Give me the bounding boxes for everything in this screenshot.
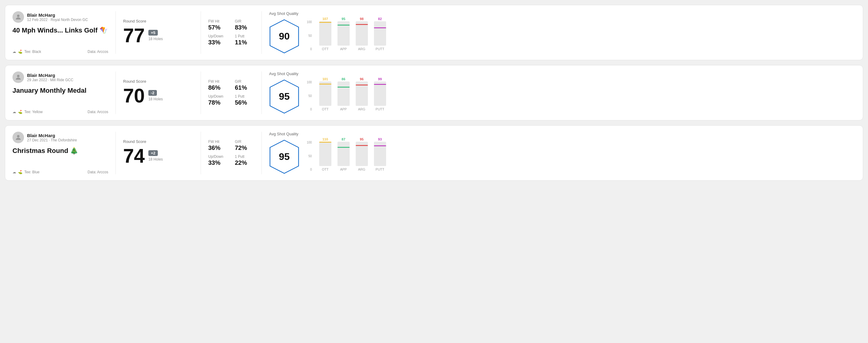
user-name-1: Blair McHarg xyxy=(27,12,88,18)
bar-line-ott xyxy=(319,22,331,23)
bar-line-app xyxy=(338,25,350,26)
round-score-label-3: Round Score xyxy=(123,139,193,144)
bar-value-arg: 96 xyxy=(360,77,364,81)
bar-group-arg: 98 ARG xyxy=(356,17,368,51)
bar-fill-ott xyxy=(319,142,331,166)
user-date-1: 12 Feb 2022 · Royal North Devon GC xyxy=(27,18,88,22)
score-big-1: 77 xyxy=(123,26,145,45)
cloud-icon-2: ☁ xyxy=(12,110,16,114)
avatar-3 xyxy=(12,132,24,143)
fw-hit-stat-2: FW Hit 86% xyxy=(208,80,228,91)
round-title-1: 40 Mph Winds... Links Golf 🪁 xyxy=(12,27,108,34)
bag-icon-3: ⛳ xyxy=(18,170,23,174)
bar-value-putt: 93 xyxy=(378,137,382,141)
tee-info-1: ☁ ⛳ Tee: Black xyxy=(12,50,41,54)
quality-section-1: Avg Shot Quality 90 xyxy=(269,11,300,54)
bar-line-ott xyxy=(319,142,331,143)
bar-label-putt: PUTT xyxy=(375,47,384,51)
score-row-2: 70 -2 18 Holes xyxy=(123,86,193,105)
bar-fill-putt xyxy=(374,27,386,45)
gir-label-1: GIR xyxy=(235,19,254,23)
stats-grid-2: FW Hit 86% GIR 61% Up/Down 78% 1 Putt 56… xyxy=(201,71,262,114)
round-title-3: Christmas Round 🎄 xyxy=(12,147,108,155)
user-name-3: Blair McHarg xyxy=(27,133,77,138)
chart-section-2: 100 50 0 101 OTT 86 APP 96 xyxy=(307,74,856,111)
right-section-2: Avg Shot Quality 95 100 50 0 101 OTT 86 xyxy=(262,71,856,114)
bar-value-arg: 98 xyxy=(360,17,364,21)
quality-label-3: Avg Shot Quality xyxy=(269,132,299,136)
middle-section-1: Round Score 77 +5 18 Holes xyxy=(116,11,201,54)
score-badge-3: +2 18 Holes xyxy=(148,150,163,161)
score-diff-badge-2: -2 xyxy=(148,90,157,96)
left-section-1: Blair McHarg 12 Feb 2022 · Royal North D… xyxy=(12,11,116,54)
updown-stat-2: Up/Down 78% xyxy=(208,94,228,106)
bar-group-putt: 99 PUTT xyxy=(374,77,386,111)
bar-fill-app xyxy=(338,147,350,166)
y-axis-labels: 100 50 0 xyxy=(307,141,312,171)
right-section-1: Avg Shot Quality 90 100 50 0 107 OTT 95 xyxy=(262,11,856,54)
data-source-3: Data: Arccos xyxy=(88,170,108,174)
round-title-2: January Monthly Medal xyxy=(12,87,108,95)
stats-row-top-2: FW Hit 86% GIR 61% xyxy=(208,80,254,91)
bar-value-app: 95 xyxy=(342,17,345,21)
updown-value-1: 33% xyxy=(208,39,228,46)
bar-line-arg xyxy=(356,24,368,25)
bar-line-arg xyxy=(356,85,368,86)
bar-fill-app xyxy=(338,87,350,106)
y-axis-labels: 100 50 0 xyxy=(307,81,312,111)
chart-section-3: 100 50 0 110 OTT 87 APP 95 xyxy=(307,135,856,171)
quality-score-value: 95 xyxy=(279,91,290,102)
round-card-2: Blair McHarg 29 Jan 2022 · Mill Ride GCC… xyxy=(5,65,863,120)
right-section-3: Avg Shot Quality 95 100 50 0 110 OTT 87 xyxy=(262,132,856,174)
avatar-1 xyxy=(12,11,24,23)
stats-grid-3: FW Hit 36% GIR 72% Up/Down 33% 1 Putt 22… xyxy=(201,132,262,174)
bar-label-ott: OTT xyxy=(322,107,329,111)
bar-label-app: APP xyxy=(340,47,347,51)
svg-point-0 xyxy=(17,14,20,17)
bar-container-putt xyxy=(374,21,386,45)
bar-fill-putt xyxy=(374,145,386,166)
holes-text-2: 18 Holes xyxy=(148,97,163,101)
gir-stat-2: GIR 61% xyxy=(235,80,254,91)
bar-chart: 100 50 0 110 OTT 87 APP 95 xyxy=(307,135,856,171)
user-date-3: 27 Dec 2021 · The Oxfordshire xyxy=(27,138,77,142)
updown-label-3: Up/Down xyxy=(208,154,228,159)
fw-hit-value-2: 86% xyxy=(208,84,228,91)
quality-score-value: 95 xyxy=(279,151,290,162)
middle-section-2: Round Score 70 -2 18 Holes xyxy=(116,71,201,114)
bar-value-app: 86 xyxy=(342,77,345,81)
user-details-3: Blair McHarg 27 Dec 2021 · The Oxfordshi… xyxy=(27,133,77,142)
stats-grid-1: FW Hit 57% GIR 83% Up/Down 33% 1 Putt 11… xyxy=(201,11,262,54)
bar-container-arg xyxy=(356,142,368,166)
user-info-3: Blair McHarg 27 Dec 2021 · The Oxfordshi… xyxy=(12,132,108,143)
updown-value-2: 78% xyxy=(208,99,228,106)
tee-label-1: Tee: Black xyxy=(24,50,41,54)
tee-row-3: ☁ ⛳ Tee: Blue Data: Arccos xyxy=(12,170,108,174)
bar-line-putt xyxy=(374,145,386,146)
oneputt-stat-2: 1 Putt 56% xyxy=(235,94,254,106)
user-details-1: Blair McHarg 12 Feb 2022 · Royal North D… xyxy=(27,12,88,22)
bar-group-putt: 82 PUTT xyxy=(374,17,386,51)
bar-container-putt xyxy=(374,142,386,166)
bar-value-ott: 101 xyxy=(322,77,328,81)
bar-group-app: 86 APP xyxy=(338,77,350,111)
bar-group-putt: 93 PUTT xyxy=(374,137,386,171)
bar-label-arg: ARG xyxy=(358,107,366,111)
bar-fill-putt xyxy=(374,84,386,106)
gir-value-1: 83% xyxy=(235,24,254,31)
oneputt-stat-3: 1 Putt 22% xyxy=(235,154,254,166)
user-info-2: Blair McHarg 29 Jan 2022 · Mill Ride GCC xyxy=(12,71,108,83)
bar-container-ott xyxy=(319,21,331,45)
fw-hit-value-1: 57% xyxy=(208,24,228,31)
bar-value-putt: 99 xyxy=(378,77,382,81)
updown-stat-3: Up/Down 33% xyxy=(208,154,228,166)
bar-fill-app xyxy=(338,25,350,45)
quality-score-value: 90 xyxy=(279,31,290,42)
person-icon xyxy=(14,73,22,81)
bar-chart: 100 50 0 101 OTT 86 APP 96 xyxy=(307,74,856,111)
middle-section-3: Round Score 74 +2 18 Holes xyxy=(116,132,201,174)
bar-container-arg xyxy=(356,82,368,106)
cloud-icon-3: ☁ xyxy=(12,170,16,174)
round-score-label-1: Round Score xyxy=(123,19,193,23)
bar-group-app: 95 APP xyxy=(338,17,350,51)
